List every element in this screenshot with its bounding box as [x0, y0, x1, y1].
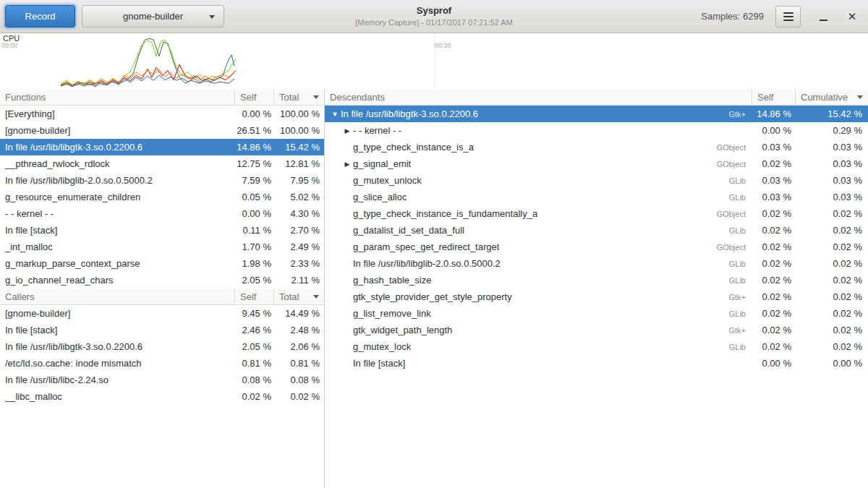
caller-row[interactable]: In file [stack]2.46 %2.48 % [0, 322, 324, 338]
hamburger-menu-button[interactable] [775, 6, 801, 27]
callers-table-header: Callers Self Total [0, 288, 324, 305]
descendant-name: - - kernel - - [353, 125, 401, 136]
column-header-total[interactable]: Total [274, 89, 324, 105]
descendant-row[interactable]: ▶g_signal_emitGObject0.02 %0.03 % [325, 155, 868, 172]
descendant-row[interactable]: ▶- - kernel - -0.00 %0.29 % [325, 122, 868, 139]
function-row[interactable]: __pthread_rwlock_rdlock12.75 %12.81 % [0, 155, 324, 172]
functions-pane: Functions Self Total [Everything]0.00 %1… [0, 89, 325, 488]
descendant-name-cell: g_list_remove_linkGLib [325, 308, 752, 319]
function-row[interactable]: In file /usr/lib/libgtk-3.so.0.2200.614.… [0, 139, 324, 155]
tree-indent [329, 247, 341, 247]
function-row[interactable]: [gnome-builder]26.51 %100.00 % [0, 122, 324, 139]
descendant-name: g_mutex_lock [353, 341, 411, 352]
descendant-name: g_mutex_unlock [353, 175, 422, 186]
column-header-self[interactable]: Self [752, 89, 796, 105]
column-header-descendants[interactable]: Descendants [325, 89, 752, 105]
caller-row[interactable]: __libc_malloc0.02 %0.02 % [0, 388, 324, 405]
self-value: 0.02 % [752, 241, 796, 252]
self-value: 14.86 % [752, 108, 796, 119]
descendant-row[interactable]: g_hash_table_sizeGLib0.02 %0.02 % [325, 272, 868, 288]
total-value: 14.49 % [274, 308, 324, 319]
chevron-down-icon [209, 15, 215, 19]
caller-row[interactable]: /etc/ld.so.cache: inode mismatch0.81 %0.… [0, 355, 324, 372]
self-value: 12.75 % [235, 158, 274, 169]
self-value: 0.02 % [752, 258, 796, 269]
sort-indicator-icon [313, 295, 319, 299]
category-label: GObject [710, 243, 752, 252]
cumulative-value: 0.02 % [796, 275, 868, 286]
descendant-name: g_param_spec_get_redirect_target [353, 241, 499, 252]
descendant-name: g_type_check_instance_is_fundamentally_a [353, 208, 537, 219]
descendant-row[interactable]: ▼In file /usr/lib/libgtk-3.so.0.2200.6Gt… [325, 106, 868, 122]
column-header-total[interactable]: Total [274, 288, 324, 304]
record-button[interactable]: Record [5, 5, 75, 27]
window-title-area: Sysprof [Memory Capture] - 01/17/2017 07… [217, 5, 651, 27]
sort-indicator-icon [313, 95, 319, 99]
column-header-self[interactable]: Self [235, 89, 274, 105]
category-label: GLib [723, 193, 752, 202]
category-label: GLib [723, 276, 752, 285]
total-value: 2.11 % [274, 275, 324, 286]
descendant-name-cell: ▶- - kernel - - [325, 125, 752, 136]
descendant-row[interactable]: g_mutex_lockGLib0.02 %0.02 % [325, 338, 868, 355]
function-row[interactable]: _int_malloc1.70 %2.49 % [0, 239, 324, 255]
caller-row[interactable]: In file /usr/lib/libc-2.24.so0.08 %0.08 … [0, 372, 324, 388]
column-header-callers[interactable]: Callers [0, 288, 235, 304]
total-value: 4.30 % [274, 208, 324, 219]
function-name: In file /usr/lib/libglib-2.0.so.0.5000.2 [0, 175, 235, 186]
column-header-functions[interactable]: Functions [0, 89, 235, 105]
close-button[interactable]: ✕ [845, 6, 859, 27]
tree-indent [329, 213, 341, 214]
function-row[interactable]: g_resource_enumerate_children0.05 %5.02 … [0, 189, 324, 205]
descendant-row[interactable]: In file [stack]0.00 %0.00 % [325, 355, 868, 372]
cpu-graph[interactable]: CPU 00:00 00:30 [0, 33, 868, 89]
category-label: GLib [723, 343, 752, 351]
descendant-row[interactable]: g_datalist_id_set_data_fullGLib0.02 %0.0… [325, 222, 868, 239]
expand-icon[interactable]: ▶ [341, 160, 353, 168]
function-row[interactable]: In file /usr/lib/libglib-2.0.so.0.5000.2… [0, 172, 324, 189]
time-tick-mid: 00:30 [435, 42, 451, 49]
tree-indent [329, 330, 341, 330]
self-value: 0.02 % [752, 225, 796, 236]
cumulative-value: 0.02 % [796, 208, 868, 219]
descendant-row[interactable]: g_param_spec_get_redirect_targetGObject0… [325, 239, 868, 255]
column-header-self[interactable]: Self [235, 288, 274, 304]
descendant-row[interactable]: g_type_check_instance_is_aGObject0.03 %0… [325, 139, 868, 155]
process-selector-dropdown[interactable]: gnome-builder [82, 5, 224, 27]
descendant-row[interactable]: g_list_remove_linkGLib0.02 %0.02 % [325, 305, 868, 322]
function-row[interactable]: g_markup_parse_context_parse1.98 %2.33 % [0, 255, 324, 272]
function-row[interactable]: [Everything]0.00 %100.00 % [0, 106, 324, 122]
function-row[interactable]: g_io_channel_read_chars2.05 %2.11 % [0, 272, 324, 288]
self-value: 0.03 % [752, 142, 796, 153]
minimize-button[interactable] [816, 6, 830, 27]
descendant-name-cell: gtk_style_provider_get_style_propertyGtk… [325, 291, 752, 302]
descendant-row[interactable]: In file /usr/lib/libglib-2.0.so.0.5000.2… [325, 255, 868, 272]
column-header-cumulative[interactable]: Cumulative [796, 89, 868, 105]
function-name: __pthread_rwlock_rdlock [0, 158, 235, 169]
record-button-label: Record [25, 11, 56, 22]
function-name: In file [stack] [0, 325, 235, 335]
collapse-icon[interactable]: ▼ [329, 111, 341, 118]
function-name: g_resource_enumerate_children [0, 192, 235, 202]
function-row[interactable]: - - kernel - -0.00 %4.30 % [0, 205, 324, 222]
descendant-row[interactable]: gtk_widget_path_lengthGtk+0.02 %0.02 % [325, 322, 868, 338]
cumulative-value: 0.02 % [796, 291, 868, 302]
self-value: 0.11 % [235, 225, 274, 236]
category-label: Gtk+ [722, 326, 752, 335]
descendant-row[interactable]: g_slice_allocGLib0.03 %0.03 % [325, 189, 868, 205]
descendant-row[interactable]: gtk_style_provider_get_style_propertyGtk… [325, 288, 868, 305]
self-value: 0.81 % [235, 358, 274, 369]
descendant-row[interactable]: g_type_check_instance_is_fundamentally_a… [325, 205, 868, 222]
close-icon: ✕ [848, 10, 857, 23]
tree-indent [329, 147, 341, 147]
expand-icon[interactable]: ▶ [341, 127, 353, 134]
function-row[interactable]: In file [stack]0.11 %2.70 % [0, 222, 324, 239]
self-value: 14.86 % [235, 142, 274, 153]
caller-row[interactable]: In file /usr/lib/libgtk-3.so.0.2200.62.0… [0, 338, 324, 355]
self-value: 2.05 % [235, 275, 274, 286]
descendant-row[interactable]: g_mutex_unlockGLib0.03 %0.03 % [325, 172, 868, 189]
descendant-name-cell: g_datalist_id_set_data_fullGLib [325, 225, 752, 236]
self-value: 2.05 % [235, 341, 274, 352]
caller-row[interactable]: [gnome-builder]9.45 %14.49 % [0, 305, 324, 322]
self-value: 0.00 % [752, 358, 796, 369]
